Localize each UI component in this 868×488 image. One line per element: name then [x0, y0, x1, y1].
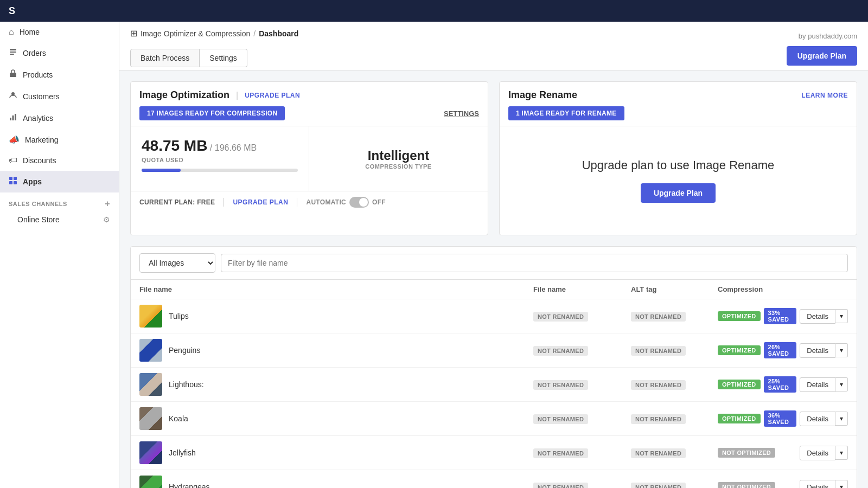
content-area: ⊞ Image Optimizer & Compression / Dashbo… [119, 22, 868, 488]
details-dropdown-button[interactable]: ▾ [835, 480, 848, 488]
compression-cell: NOT OPTIMIZED Details ▾ [718, 446, 848, 460]
col-compression: Compression [718, 285, 848, 293]
sidebar-item-products[interactable]: Products [0, 64, 119, 86]
online-store-settings-icon[interactable]: ⚙ [103, 215, 110, 224]
image-rename-card: Image Rename LEARN MORE 1 IMAGE READY FO… [499, 81, 857, 235]
details-dropdown-button[interactable]: ▾ [835, 412, 848, 426]
sidebar-item-customers[interactable]: Customers [0, 86, 119, 107]
rename-upgrade-btn[interactable]: Upgrade Plan [641, 183, 716, 203]
compression-sublabel: COMPRESSION TYPE [365, 163, 431, 170]
details-button[interactable]: Details [800, 377, 835, 392]
filter-select[interactable]: All Images [139, 253, 215, 273]
file-name: Jellyfish [169, 448, 196, 457]
alt-tag-status-cell: NOT RENAMED [631, 311, 718, 322]
details-button[interactable]: Details [800, 480, 835, 489]
svg-rect-5 [10, 118, 11, 120]
rename-card-body: Upgrade plan to use Image Rename Upgrade… [500, 126, 857, 235]
app-logo: S [9, 5, 15, 17]
file-name-status-cell: NOT RENAMED [533, 482, 631, 489]
sidebar-item-label: Discounts [23, 156, 56, 165]
compression-status-tag: OPTIMIZED [718, 414, 761, 423]
sidebar-item-label: Marketing [25, 136, 58, 144]
app-header-top-row: ⊞ Image Optimizer & Compression / Dashbo… [130, 28, 857, 44]
sales-channels-header: SALES CHANNELS + [0, 192, 119, 211]
opt-banner-row: 17 IMAGES READY FOR COMPRESSION SETTINGS [131, 101, 488, 126]
upgrade-plan-button[interactable]: Upgrade Plan [787, 46, 857, 66]
quota-bar-background [142, 169, 298, 172]
file-thumbnail [139, 373, 162, 396]
sidebar-item-discounts[interactable]: 🏷 Discounts [0, 150, 119, 171]
file-thumbnail [139, 476, 162, 488]
opt-stats: 48.75 MB / 196.66 MB QUOTA USED Intellig… [131, 126, 488, 191]
rename-body-text: Upgrade plan to use Image Rename [582, 158, 775, 172]
filter-input[interactable] [221, 254, 848, 272]
table-row: Lighthous: NOT RENAMED NOT RENAMED OPTIM… [131, 368, 857, 402]
details-button[interactable]: Details [800, 412, 835, 426]
table-row: Hydrangeas NOT RENAMED NOT RENAMED NOT O… [131, 470, 857, 488]
rename-card-header: Image Rename LEARN MORE [500, 82, 857, 101]
details-button[interactable]: Details [800, 343, 835, 358]
file-thumbnail [139, 407, 162, 430]
filename-status-tag: NOT RENAMED [533, 380, 588, 390]
details-btn-wrap: Details ▾ [800, 480, 848, 489]
file-cell: Jellyfish [139, 441, 533, 464]
tab-batch-process[interactable]: Batch Process [130, 49, 200, 67]
breadcrumb-current: Dashboard [259, 29, 298, 38]
details-dropdown-button[interactable]: ▾ [835, 343, 848, 357]
add-sales-channel-icon[interactable]: + [105, 199, 110, 209]
details-dropdown-button[interactable]: ▾ [835, 446, 848, 460]
svg-point-4 [11, 92, 15, 95]
alt-tag-status-cell: NOT RENAMED [631, 380, 718, 390]
details-button[interactable]: Details [800, 309, 835, 324]
footer-separator2 [297, 198, 297, 207]
automatic-toggle[interactable] [349, 197, 369, 208]
table-row: Jellyfish NOT RENAMED NOT RENAMED NOT OP… [131, 436, 857, 470]
compression-cell: OPTIMIZED 33% SAVED Details ▾ [718, 308, 848, 324]
by-label: by pushdaddy.com [799, 32, 857, 40]
rename-banner-text: 1 IMAGE READY FOR RENAME [508, 106, 624, 120]
filename-status-tag: NOT RENAMED [533, 414, 588, 424]
compression-pct-tag: 33% SAVED [764, 308, 797, 324]
svg-rect-11 [14, 181, 17, 184]
opt-compression-stat: Intelligent COMPRESSION TYPE [309, 126, 488, 191]
details-dropdown-button[interactable]: ▾ [835, 377, 848, 391]
sidebar-item-home[interactable]: ⌂ Home [0, 22, 119, 42]
col-filename: File name [139, 285, 533, 293]
opt-upgrade-plan-link[interactable]: UPGRADE PLAN [245, 92, 300, 99]
alttag-status-tag: NOT RENAMED [631, 346, 686, 356]
sidebar-item-marketing[interactable]: 📣 Marketing [0, 129, 119, 150]
dashboard: Image Optimization | UPGRADE PLAN 17 IMA… [119, 70, 868, 488]
file-thumbnail [139, 305, 162, 328]
footer-separator [224, 198, 224, 207]
file-name: Tulips [169, 312, 189, 320]
table-row: Tulips NOT RENAMED NOT RENAMED OPTIMIZED… [131, 299, 857, 333]
filename-status-tag: NOT RENAMED [533, 448, 588, 458]
sidebar-item-orders[interactable]: Orders [0, 42, 119, 64]
opt-settings-link[interactable]: SETTINGS [444, 110, 479, 118]
discounts-icon: 🏷 [9, 156, 17, 165]
details-dropdown-button[interactable]: ▾ [835, 309, 848, 323]
tab-settings[interactable]: Settings [200, 49, 247, 67]
quota-total-value: / 196.66 MB [210, 143, 257, 152]
sidebar-item-online-store[interactable]: Online Store ⚙ [0, 211, 119, 228]
opt-quota-size: 48.75 MB / 196.66 MB [142, 137, 298, 155]
compression-cell: OPTIMIZED 36% SAVED Details ▾ [718, 410, 848, 427]
compression-type-value: Intelligent [368, 148, 429, 163]
sidebar-item-label: Apps [23, 177, 42, 186]
learn-more-link[interactable]: LEARN MORE [801, 92, 848, 99]
sidebar-item-apps[interactable]: Apps [0, 171, 119, 192]
sidebar-item-label: Customers [23, 92, 60, 101]
breadcrumb-app-name: Image Optimizer & Compression [141, 29, 250, 38]
app-tabs: Batch Process Settings [130, 49, 247, 67]
table-header: File name File name ALT tag Compression [131, 280, 857, 299]
sidebar-item-analytics[interactable]: Analytics [0, 107, 119, 129]
details-button[interactable]: Details [800, 446, 835, 460]
details-btn-wrap: Details ▾ [800, 412, 848, 426]
compression-status-tag: NOT OPTIMIZED [718, 448, 775, 458]
svg-rect-1 [10, 52, 16, 53]
file-cell: Lighthous: [139, 373, 533, 396]
footer-upgrade-link[interactable]: UPGRADE PLAN [233, 198, 288, 206]
svg-rect-2 [10, 54, 14, 55]
file-cell: Tulips [139, 305, 533, 328]
quota-label: QUOTA USED [142, 157, 298, 163]
